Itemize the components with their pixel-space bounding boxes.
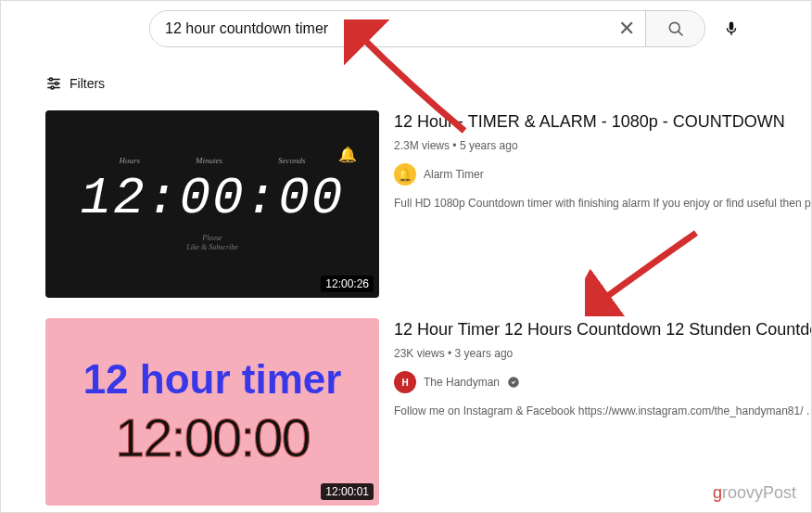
- filters-icon: [45, 75, 62, 92]
- clear-search-button[interactable]: ✕: [608, 11, 645, 46]
- video-meta: 12 Hour - TIMER & ALARM - 1080p - COUNTD…: [394, 110, 811, 298]
- svg-line-1: [678, 32, 682, 36]
- watermark: groovyPost: [713, 483, 796, 503]
- video-description: Follow me on Instagram & Facebook https:…: [394, 404, 811, 417]
- video-title[interactable]: 12 Hour Timer 12 Hours Countdown 12 Stun…: [394, 318, 811, 341]
- voice-search-button[interactable]: [713, 10, 750, 47]
- filters-button[interactable]: Filters: [1, 57, 811, 110]
- svg-point-7: [51, 86, 54, 89]
- thumbnail-title: 12 hour timer: [83, 356, 342, 403]
- channel-avatar: 🔔: [394, 163, 416, 186]
- verified-icon: [507, 376, 520, 389]
- channel-row[interactable]: 🔔 Alarm Timer: [394, 163, 811, 186]
- thumbnail-time: 12:00:00: [115, 406, 310, 468]
- video-title[interactable]: 12 Hour - TIMER & ALARM - 1080p - COUNTD…: [394, 110, 811, 134]
- filters-label: Filters: [70, 76, 105, 91]
- video-stats: 23K views • 3 years ago: [394, 347, 811, 360]
- channel-row[interactable]: H The Handyman: [394, 371, 811, 393]
- thumbnail-time: 12:00:00: [81, 169, 345, 228]
- video-duration: 12:00:01: [321, 483, 374, 500]
- thumbnail-labels: Hours Minutes Seconds: [119, 156, 305, 165]
- channel-avatar: H: [394, 371, 416, 393]
- svg-point-6: [56, 83, 58, 85]
- bell-icon: 🔔: [338, 146, 357, 163]
- channel-name: Alarm Timer: [424, 168, 484, 181]
- search-icon: [666, 19, 685, 38]
- video-meta: 12 Hour Timer 12 Hours Countdown 12 Stun…: [394, 318, 811, 506]
- video-result: Hours Minutes Seconds 12:00:00 Please Li…: [45, 110, 811, 298]
- svg-point-0: [669, 22, 679, 32]
- search-bar: ✕: [149, 10, 705, 47]
- header: ✕: [1, 1, 811, 57]
- video-stats: 2.3M views • 5 years ago: [394, 139, 811, 152]
- channel-name: The Handyman: [424, 376, 500, 389]
- thumbnail-subtext: Please Like & Subscribe: [186, 234, 238, 251]
- search-button[interactable]: [645, 11, 704, 46]
- video-thumbnail[interactable]: Hours Minutes Seconds 12:00:00 Please Li…: [45, 110, 379, 298]
- video-result: 12 hour timer 12:00:00 12:00:01 12 Hour …: [45, 318, 811, 506]
- video-duration: 12:00:26: [321, 276, 374, 292]
- microphone-icon: [723, 20, 740, 37]
- close-icon: ✕: [618, 17, 635, 41]
- video-description: Full HD 1080p Countdown timer with finis…: [394, 197, 811, 210]
- svg-point-5: [50, 78, 53, 81]
- search-input[interactable]: [150, 11, 608, 46]
- video-thumbnail[interactable]: 12 hour timer 12:00:00 12:00:01: [45, 318, 379, 506]
- search-results: Hours Minutes Seconds 12:00:00 Please Li…: [1, 110, 811, 506]
